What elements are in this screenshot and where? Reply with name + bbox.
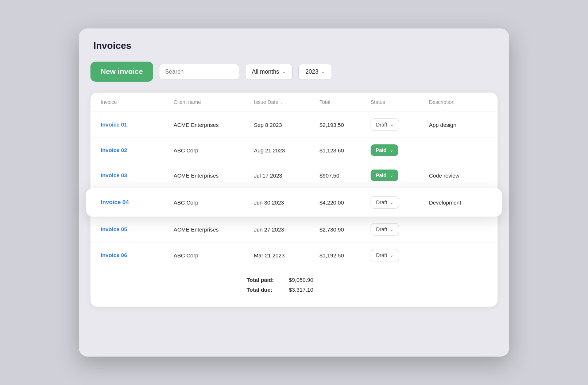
chevron-down-icon: ⌄ [390, 122, 394, 127]
table-row: Invoice 03 ACME Enterprises Jul 17 2023 … [90, 163, 498, 188]
total-due-row: Total due: $3,317.10 [101, 287, 487, 293]
invoice-link[interactable]: Invoice 02 [101, 147, 174, 153]
invoice-link[interactable]: Invoice 01 [101, 121, 174, 128]
issue-date: Jun 27 2023 [254, 226, 320, 233]
totals-section: Total paid: $9,050.90 Total due: $3,317.… [90, 268, 498, 298]
status-cell: Draft ⌄ [371, 249, 429, 261]
description: Code review [429, 172, 487, 179]
col-client-name: Client name [174, 99, 254, 105]
total-due-value: $3,317.10 [289, 287, 313, 293]
issue-date: Sep 8 2023 [254, 122, 320, 128]
table-row: Invoice 02 ABC Corp Aug 21 2023 $1,123.6… [90, 138, 498, 163]
issue-date: Mar 21 2023 [254, 252, 320, 258]
invoice-link[interactable]: Invoice 06 [101, 252, 174, 258]
client-name: ACME Enterprises [174, 226, 254, 233]
page-title: Invoices [90, 40, 498, 51]
total-paid-label: Total paid: [247, 277, 283, 283]
col-issue-date[interactable]: Issue Date ⌄ [254, 99, 320, 105]
invoice-link[interactable]: Invoice 04 [101, 199, 174, 206]
table-row: Invoice 05 ACME Enterprises Jun 27 2023 … [90, 217, 498, 242]
status-cell: Draft ⌄ [371, 118, 429, 131]
status-cell: Draft ⌄ [371, 223, 429, 236]
invoice-link[interactable]: Invoice 03 [101, 172, 174, 179]
status-badge[interactable]: Draft ⌄ [371, 196, 399, 209]
issue-date: Jul 17 2023 [254, 172, 320, 179]
toolbar: New invoice All months ⌄ 2023 ⌄ [90, 62, 498, 82]
status-badge[interactable]: Paid ⌄ [371, 170, 398, 181]
table-row-featured: Invoice 04 ABC Corp Jun 30 2023 $4,220.0… [86, 188, 502, 217]
new-invoice-button[interactable]: New invoice [90, 62, 153, 82]
status-cell: Paid ⌄ [371, 170, 429, 181]
total-amount: $2,193.50 [320, 122, 371, 128]
total-amount: $2,730.90 [320, 226, 371, 233]
status-badge[interactable]: Draft ⌄ [371, 118, 399, 131]
sort-icon: ⌄ [280, 100, 283, 105]
chevron-down-icon: ⌄ [390, 173, 393, 178]
client-name: ABC Corp [174, 147, 254, 153]
invoices-card: Invoice Client name Issue Date ⌄ Total S… [90, 93, 498, 307]
table-row: Invoice 06 ABC Corp Mar 21 2023 $1,192.5… [90, 242, 498, 268]
chevron-down-icon: ⌄ [282, 69, 286, 74]
status-cell: Paid ⌄ [371, 144, 429, 156]
col-description: Description [429, 99, 487, 105]
outer-container: Invoices New invoice All months ⌄ 2023 ⌄… [79, 28, 509, 357]
status-badge[interactable]: Draft ⌄ [371, 223, 399, 236]
chevron-down-icon: ⌄ [390, 227, 394, 232]
chevron-down-icon: ⌄ [390, 148, 393, 153]
year-label: 2023 [305, 69, 318, 75]
client-name: ABC Corp [174, 252, 254, 258]
chevron-down-icon: ⌄ [390, 253, 394, 258]
invoice-link[interactable]: Invoice 05 [101, 226, 174, 233]
table-body: Invoice 01 ACME Enterprises Sep 8 2023 $… [90, 112, 498, 268]
year-dropdown[interactable]: 2023 ⌄ [298, 64, 332, 80]
featured-row-wrapper: Invoice 04 ABC Corp Jun 30 2023 $4,220.0… [86, 188, 502, 217]
description: App design [429, 122, 487, 128]
client-name: ACME Enterprises [174, 172, 254, 179]
total-amount: $907.50 [320, 172, 371, 179]
total-amount: $1,123.60 [320, 147, 371, 153]
issue-date: Jun 30 2023 [254, 199, 320, 206]
search-input[interactable] [159, 64, 239, 80]
client-name: ACME Enterprises [174, 122, 254, 128]
total-paid-value: $9,050.90 [289, 277, 313, 283]
col-status: Status [371, 99, 429, 105]
months-label: All months [252, 69, 279, 75]
issue-date: Aug 21 2023 [254, 147, 320, 153]
chevron-down-icon: ⌄ [390, 200, 394, 205]
table-header: Invoice Client name Issue Date ⌄ Total S… [90, 93, 498, 112]
total-amount: $4,220.00 [320, 199, 371, 206]
col-total: Total [320, 99, 371, 105]
status-badge[interactable]: Paid ⌄ [371, 144, 398, 156]
total-due-label: Total due: [247, 287, 283, 293]
client-name: ABC Corp [174, 199, 254, 206]
status-badge[interactable]: Draft ⌄ [371, 249, 399, 261]
chevron-down-icon: ⌄ [321, 69, 325, 74]
months-dropdown[interactable]: All months ⌄ [245, 64, 293, 80]
description: Development [429, 199, 487, 206]
status-cell: Draft ⌄ [371, 196, 429, 209]
total-amount: $1,192.50 [320, 252, 371, 258]
col-invoice: Invoice [101, 99, 174, 105]
total-paid-row: Total paid: $9,050.90 [101, 277, 487, 283]
table-row: Invoice 01 ACME Enterprises Sep 8 2023 $… [90, 112, 498, 138]
